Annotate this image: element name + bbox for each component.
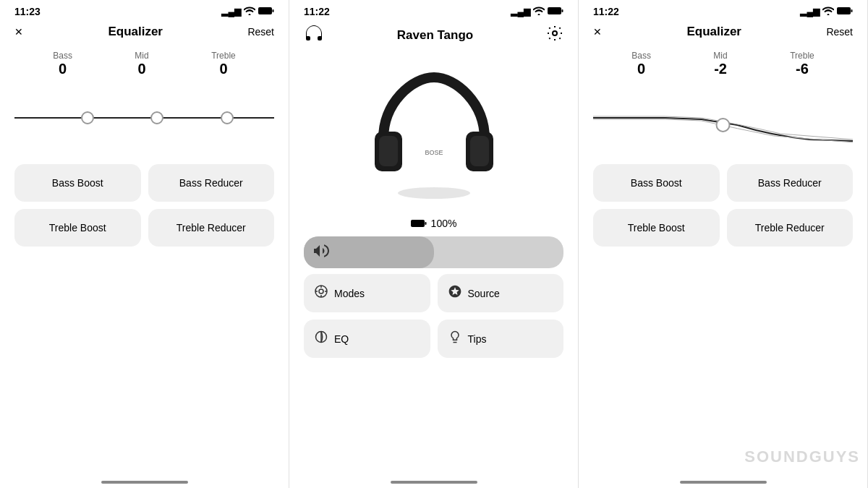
left-treble-label: Treble [211, 51, 236, 61]
left-treble-reducer-button[interactable]: Treble Reducer [148, 209, 275, 247]
left-treble-item: Treble 0 [211, 51, 236, 77]
left-slider-track [14, 117, 274, 119]
left-mid-thumb[interactable] [150, 111, 163, 124]
center-time: 11:22 [304, 6, 330, 17]
right-treble-reducer-button[interactable]: Treble Reducer [727, 209, 854, 247]
svg-point-14 [319, 289, 323, 294]
eq-icon [314, 330, 328, 348]
center-swipe-indicator [391, 481, 477, 484]
modes-button[interactable]: Modes [304, 274, 430, 312]
eq-button[interactable]: EQ [304, 320, 430, 358]
left-bass-boost-button[interactable]: Bass Boost [14, 164, 141, 202]
left-bass-item: Bass 0 [53, 51, 72, 77]
right-wifi-icon [822, 7, 834, 17]
right-swipe-indicator [680, 481, 767, 484]
left-signal-icon: ▂▄▆ [221, 7, 241, 17]
right-reset-button[interactable]: Reset [826, 26, 853, 38]
svg-point-4 [553, 31, 557, 35]
left-eq-values: Bass 0 Mid 0 Treble 0 [0, 46, 289, 82]
left-close-button[interactable]: ✕ [14, 26, 23, 38]
left-treble-boost-button[interactable]: Treble Boost [14, 209, 141, 247]
tips-label: Tips [468, 333, 487, 345]
svg-rect-21 [837, 7, 851, 14]
center-status-icons: ▂▄▆ [511, 7, 563, 17]
left-bass-reducer-button[interactable]: Bass Reducer [148, 164, 275, 202]
right-battery-icon [837, 7, 853, 17]
left-mid-value: 0 [135, 61, 148, 77]
left-battery-icon [258, 7, 274, 17]
center-settings-icon[interactable] [546, 25, 563, 46]
left-bass-label: Bass [53, 51, 72, 61]
center-menu-grid: Modes Source EQ [289, 274, 578, 358]
right-panel: 11:22 ▂▄▆ ✕ Equalizer Reset Bass 0 Mid -… [579, 0, 868, 488]
left-status-bar: 11:23 ▂▄▆ [0, 0, 289, 20]
center-wifi-icon [533, 7, 545, 17]
left-bass-thumb[interactable] [81, 111, 94, 124]
left-title: Equalizer [108, 25, 163, 39]
right-treble-item: Treble -6 [790, 51, 814, 77]
svg-rect-0 [258, 7, 272, 14]
svg-rect-6 [379, 136, 398, 166]
right-status-bar: 11:22 ▂▄▆ [579, 0, 867, 20]
svg-rect-22 [851, 9, 853, 12]
center-status-bar: 11:22 ▂▄▆ [289, 0, 578, 20]
left-eq-curve [0, 82, 289, 154]
left-reset-button[interactable]: Reset [247, 26, 274, 38]
right-mid-value: -2 [713, 61, 727, 77]
right-bottom-bar [579, 474, 867, 488]
center-title: Raven Tango [397, 28, 473, 43]
source-label: Source [468, 288, 500, 299]
battery-full-icon [411, 219, 427, 228]
headphone-image-area: BOSE [289, 48, 578, 215]
left-wifi-icon [244, 7, 255, 17]
right-mid-label: Mid [713, 51, 727, 61]
battery-percent: 100% [431, 218, 457, 229]
right-header: ✕ Equalizer Reset [579, 20, 867, 46]
source-button[interactable]: Source [438, 274, 564, 312]
left-mid-item: Mid 0 [135, 51, 148, 77]
right-treble-value: -6 [790, 61, 814, 77]
right-bass-label: Bass [631, 51, 651, 61]
right-close-button[interactable]: ✕ [593, 26, 602, 38]
left-preset-grid: Bass Boost Bass Reducer Treble Boost Tre… [0, 154, 289, 257]
left-mid-label: Mid [135, 51, 148, 61]
volume-bar[interactable] [304, 236, 563, 268]
svg-text:BOSE: BOSE [425, 149, 443, 156]
center-header: Raven Tango [289, 20, 578, 48]
right-eq-curve [579, 82, 867, 154]
left-treble-thumb[interactable] [221, 111, 234, 124]
svg-rect-8 [470, 136, 489, 166]
source-icon [448, 284, 462, 302]
right-bass-reducer-button[interactable]: Bass Reducer [727, 164, 854, 202]
svg-point-10 [398, 187, 470, 199]
svg-rect-12 [425, 222, 426, 225]
volume-icon [314, 244, 330, 261]
right-treble-boost-button[interactable]: Treble Boost [593, 209, 720, 247]
right-eq-svg [593, 89, 853, 147]
svg-point-23 [717, 119, 730, 132]
svg-rect-1 [273, 9, 274, 12]
modes-label: Modes [334, 288, 365, 299]
svg-rect-3 [562, 9, 563, 12]
left-swipe-indicator [101, 481, 188, 484]
eq-label: EQ [334, 333, 349, 345]
left-panel: 11:23 ▂▄▆ ✕ Equalizer Reset Bass 0 Mid 0… [0, 0, 289, 488]
right-preset-grid: Bass Boost Bass Reducer Treble Boost Tre… [579, 154, 867, 257]
tips-button[interactable]: Tips [438, 320, 564, 358]
right-bass-boost-button[interactable]: Bass Boost [593, 164, 720, 202]
center-battery-info: 100% [411, 218, 457, 229]
right-treble-label: Treble [790, 51, 814, 61]
left-status-icons: ▂▄▆ [221, 7, 274, 17]
soundguys-watermark: SOUNDGUYS [744, 448, 860, 466]
center-signal-icon: ▂▄▆ [511, 7, 530, 17]
right-signal-icon: ▂▄▆ [800, 7, 820, 17]
right-bass-value: 0 [631, 61, 651, 77]
volume-section [289, 236, 578, 268]
svg-rect-11 [411, 220, 425, 227]
right-mid-item: Mid -2 [713, 51, 727, 77]
modes-icon [314, 284, 328, 302]
left-treble-value: 0 [211, 61, 236, 77]
center-battery-icon [548, 7, 563, 17]
center-headphone-icon [304, 25, 324, 46]
right-time: 11:22 [593, 6, 619, 17]
